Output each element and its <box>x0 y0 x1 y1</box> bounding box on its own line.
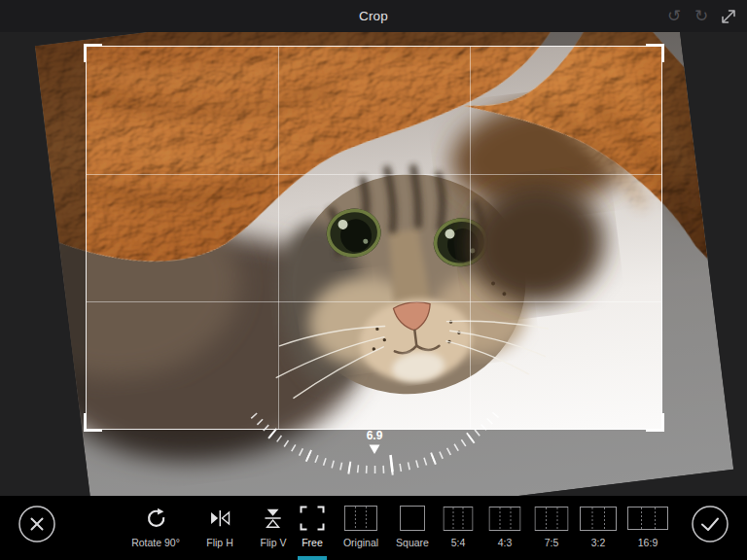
ratio-original-label: Original <box>343 537 378 548</box>
crop-handle-top-right[interactable] <box>646 44 664 62</box>
ratio-square-button[interactable]: Square <box>396 502 429 558</box>
crop-handle-bottom-left[interactable] <box>84 413 102 432</box>
ratio-5-4-icon <box>444 502 474 535</box>
cancel-button[interactable] <box>18 505 56 543</box>
undo-icon[interactable]: ↺ <box>663 6 685 27</box>
ratio-square-label: Square <box>396 537 429 548</box>
flip-vertical-icon <box>261 502 286 535</box>
ratio-7-5-label: 7:5 <box>545 537 559 548</box>
flip-horizontal-icon <box>207 502 232 535</box>
ratio-5-4-button[interactable]: 5:4 <box>444 502 474 558</box>
ratio-16-9-icon <box>627 502 668 535</box>
crop-box[interactable] <box>86 46 662 430</box>
crop-stage: 6.9 <box>0 32 747 496</box>
ratio-4-3-label: 4:3 <box>498 537 513 548</box>
close-icon <box>18 505 56 543</box>
ratio-3-2-button[interactable]: 3:2 <box>580 502 617 558</box>
ratio-7-5-icon <box>535 502 569 535</box>
page-title: Crop <box>0 0 747 32</box>
grid-line-horizontal-2 <box>87 301 661 302</box>
ratio-square-icon <box>400 502 425 535</box>
ratio-4-3-icon <box>489 502 521 535</box>
crop-toolbar: Rotate 90° Flip H Flip V <box>0 496 747 560</box>
ratio-7-5-button[interactable]: 7:5 <box>535 502 569 558</box>
ratio-5-4-label: 5:4 <box>451 537 466 548</box>
ratio-original-button[interactable]: Original <box>343 502 378 558</box>
flip-horizontal-button[interactable]: Flip H <box>206 502 232 558</box>
selected-indicator <box>298 556 327 560</box>
redo-icon[interactable]: ↻ <box>691 6 712 27</box>
expand-icon[interactable] <box>718 6 739 27</box>
ratio-16-9-label: 16:9 <box>638 537 658 548</box>
ratio-original-icon <box>344 502 377 535</box>
ratio-free-button[interactable]: Free <box>300 502 325 558</box>
ratio-3-2-label: 3:2 <box>591 537 606 548</box>
checkmark-icon <box>691 505 729 543</box>
grid-line-vertical-2 <box>470 47 471 429</box>
ratio-free-label: Free <box>302 537 323 548</box>
crop-handle-bottom-right[interactable] <box>646 413 664 432</box>
grid-line-horizontal-1 <box>87 174 661 175</box>
rotate-arrow-icon <box>143 502 168 535</box>
free-crop-icon <box>300 502 325 535</box>
ratio-4-3-button[interactable]: 4:3 <box>489 502 521 558</box>
grid-line-vertical-1 <box>278 47 279 429</box>
flip-vertical-label: Flip V <box>261 537 287 548</box>
flip-vertical-button[interactable]: Flip V <box>261 502 287 558</box>
confirm-button[interactable] <box>691 505 729 543</box>
ratio-3-2-icon <box>580 502 617 535</box>
crop-handle-top-left[interactable] <box>84 44 102 62</box>
rotate-90-label: Rotate 90° <box>131 537 180 548</box>
header-bar: Crop ↺ ↻ <box>0 0 747 32</box>
flip-horizontal-label: Flip H <box>206 537 232 548</box>
ratio-16-9-button[interactable]: 16:9 <box>627 502 668 558</box>
rotate-90-button[interactable]: Rotate 90° <box>131 502 180 558</box>
